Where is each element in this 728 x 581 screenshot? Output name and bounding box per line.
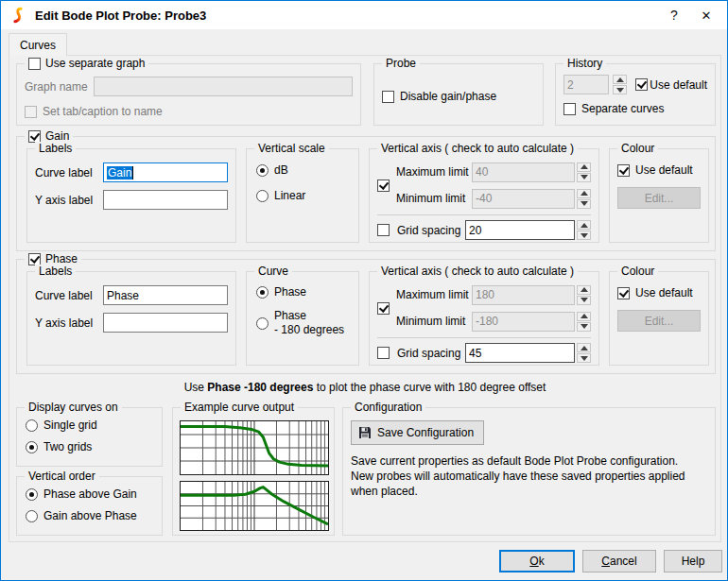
gain-group-label: Gain	[45, 129, 69, 143]
spin-up-icon	[577, 220, 591, 230]
spin-down-icon	[577, 296, 591, 305]
grid-spacing-label: Grid spacing	[397, 224, 465, 237]
spin-up-icon	[577, 189, 591, 198]
configuration-description: Save current properties as default Bode …	[351, 453, 707, 499]
gain-above-phase-radio[interactable]	[26, 510, 38, 522]
phase-maximum-input: 180	[472, 285, 575, 305]
phase-auto-calculate-checkbox[interactable]	[377, 302, 390, 315]
tab-curves[interactable]: Curves	[9, 33, 67, 56]
gain-minimum-spinner	[577, 189, 591, 209]
yaxis-label-label: Y axis label	[35, 316, 97, 330]
group-gain-colour: Colour Use default Edit...	[609, 148, 709, 243]
history-value-input: 2	[563, 75, 609, 94]
phase-grid-spacing-checkbox[interactable]	[377, 347, 390, 359]
group-phase-vertical-axis: Vertical axis ( check to auto calculate …	[369, 271, 599, 366]
gain-minimum-input: -40	[472, 189, 575, 209]
spin-down-icon	[577, 231, 591, 240]
phase-minimum-spinner	[577, 312, 591, 332]
phase-group-label: Phase	[45, 252, 78, 265]
grid-spacing-label: Grid spacing	[397, 347, 465, 360]
save-configuration-button[interactable]: Save Configuration	[351, 420, 484, 445]
spin-up-icon	[577, 285, 591, 295]
phase-offset-hint: Use Phase -180 degrees to plot the phase…	[9, 381, 720, 394]
single-grid-radio[interactable]	[26, 419, 38, 432]
gain-maximum-input: 40	[472, 162, 575, 182]
gain-grid-spacing-spinner[interactable]	[577, 220, 591, 240]
cancel-button[interactable]: Cancel	[582, 550, 656, 572]
help-button[interactable]: ?	[659, 1, 689, 29]
phase-colour-edit-button: Edit...	[617, 310, 701, 332]
example-gain-plot	[180, 481, 329, 531]
help-footer-button[interactable]: Help	[664, 550, 722, 572]
gain-colour-use-default-checkbox[interactable]	[617, 164, 630, 177]
gain-grid-spacing-checkbox[interactable]	[377, 224, 390, 236]
divider	[377, 214, 591, 215]
history-use-default-checkbox[interactable]	[635, 78, 648, 91]
use-separate-graph-checkbox[interactable]	[28, 58, 41, 70]
use-separate-graph-label: Use separate graph	[45, 57, 145, 70]
history-use-default-label: Use default	[650, 78, 707, 92]
question-icon: ?	[670, 8, 678, 23]
linear-radio[interactable]	[256, 190, 269, 202]
phase-colour-use-default-label: Use default	[635, 286, 693, 299]
gain-colour-edit-button: Edit...	[617, 187, 701, 209]
spin-up-icon	[577, 162, 591, 172]
spin-down-icon	[577, 173, 591, 182]
phase-colour-use-default-checkbox[interactable]	[617, 287, 630, 299]
ok-button[interactable]: Ok	[499, 550, 575, 572]
gain-yaxis-label-input[interactable]	[103, 190, 228, 210]
probe-group-label: Probe	[386, 57, 416, 70]
curve-label-label: Curve label	[35, 289, 97, 302]
app-icon	[9, 7, 26, 24]
separate-curves-checkbox[interactable]	[563, 103, 576, 115]
single-grid-label: Single grid	[43, 419, 97, 432]
gain-grid-spacing-input[interactable]: 20	[465, 220, 575, 240]
window-title: Edit Bode Plot Probe: Probe3	[35, 9, 206, 23]
gain-colour-use-default-label: Use default	[635, 163, 693, 177]
spin-up-icon	[577, 312, 591, 321]
gain-maximum-spinner	[577, 162, 591, 182]
spin-down-icon	[577, 353, 591, 363]
set-tab-caption-checkbox	[25, 106, 37, 118]
phase-yaxis-label-input[interactable]	[103, 313, 228, 333]
gain-enable-checkbox[interactable]	[28, 130, 41, 143]
two-grids-radio[interactable]	[26, 441, 38, 453]
group-example-curve-output: Example curve output	[172, 407, 335, 536]
gain-curve-label-input[interactable]: Gain	[103, 162, 228, 182]
phase-maximum-spinner	[577, 285, 591, 305]
group-configuration: Configuration Save Configuration Save cu…	[342, 407, 716, 536]
close-icon: ✕	[702, 9, 712, 23]
phase-curve-label-input[interactable]: Phase	[103, 285, 228, 305]
group-phase-colour: Colour Use default Edit...	[609, 271, 709, 366]
phase-enable-checkbox[interactable]	[28, 253, 41, 265]
maximum-limit-label: Maximum limit	[396, 288, 472, 301]
set-tab-caption-label: Set tab/caption to name	[43, 105, 163, 118]
phase-180-radio-label: Phase - 180 degrees	[274, 309, 344, 337]
group-gain: Gain Labels Curve label Gain Y axis labe…	[16, 136, 716, 251]
phase-180-radio[interactable]	[256, 317, 269, 330]
spin-down-icon	[613, 85, 627, 94]
gain-above-phase-label: Gain above Phase	[43, 509, 137, 522]
minimum-limit-label: Minimum limit	[396, 315, 472, 328]
group-display-curves-on: Display curves on Single grid Two grids	[16, 407, 163, 467]
disable-gain-phase-checkbox[interactable]	[382, 91, 394, 103]
phase-above-gain-radio[interactable]	[26, 488, 38, 501]
phase-radio[interactable]	[256, 286, 269, 299]
group-phase-curve: Curve Phase Phase - 180 degrees	[246, 271, 359, 366]
phase-grid-spacing-spinner[interactable]	[577, 343, 591, 363]
dialog-window: Edit Bode Plot Probe: Probe3 ? ✕ Curves …	[0, 0, 728, 581]
history-spinner	[613, 75, 627, 94]
example-phase-plot	[180, 420, 329, 475]
close-button[interactable]: ✕	[691, 1, 721, 29]
db-radio[interactable]	[256, 164, 269, 177]
curve-label-label: Curve label	[35, 166, 97, 179]
group-history: History 2 Use default Separate curves	[555, 63, 716, 126]
spin-down-icon	[577, 322, 591, 332]
group-probe: Probe Disable gain/phase	[373, 63, 544, 126]
phase-grid-spacing-input[interactable]: 45	[465, 343, 575, 363]
yaxis-label-label: Y axis label	[35, 194, 97, 207]
title-bar: Edit Bode Plot Probe: Probe3 ? ✕	[1, 1, 727, 29]
save-icon	[358, 426, 372, 439]
gain-auto-calculate-checkbox[interactable]	[377, 179, 390, 192]
history-group-label: History	[567, 57, 602, 70]
